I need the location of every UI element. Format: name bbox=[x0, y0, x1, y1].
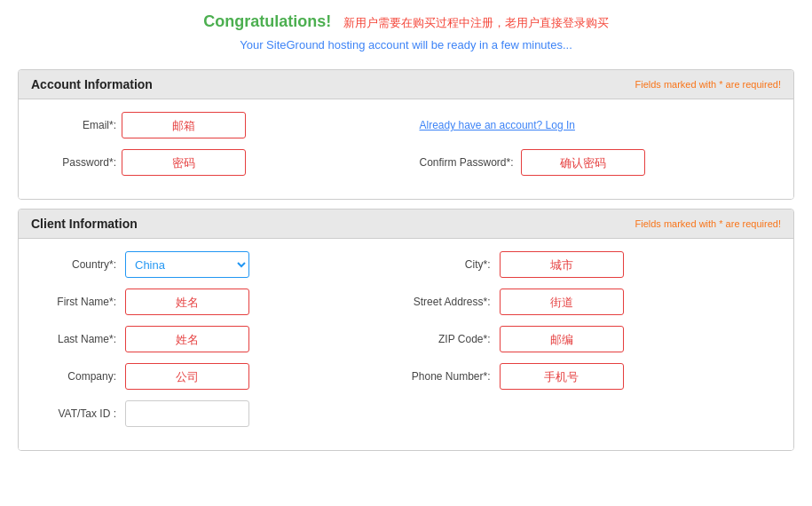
email-input[interactable] bbox=[122, 112, 246, 138]
street-row: Street Address*: bbox=[411, 289, 777, 315]
company-input[interactable] bbox=[125, 363, 249, 390]
vat-label: VAT/Tax ID : bbox=[36, 407, 125, 420]
confirm-password-input[interactable] bbox=[521, 149, 645, 176]
password-label: Password*: bbox=[36, 156, 116, 169]
zip-input[interactable] bbox=[500, 326, 624, 352]
city-row: City*: bbox=[411, 251, 777, 278]
account-section-title: Account Information bbox=[31, 77, 153, 91]
street-label: Street Address*: bbox=[411, 296, 500, 308]
account-information-card: Account Information Fields marked with *… bbox=[18, 69, 794, 200]
zip-row: ZIP Code*: bbox=[411, 326, 777, 352]
subtitle: Your SiteGround hosting account will be … bbox=[0, 35, 812, 60]
city-label: City*: bbox=[411, 258, 500, 271]
phone-input[interactable] bbox=[500, 363, 624, 390]
client-required-note: Fields marked with * are required! bbox=[635, 218, 781, 229]
email-row: Email*: Already have an account? Log In bbox=[36, 112, 776, 138]
firstname-input[interactable] bbox=[125, 289, 249, 315]
phone-row: Phone Number*: bbox=[411, 363, 777, 390]
congratulations-text: Congratulations! bbox=[203, 12, 331, 30]
firstname-row: First Name*: bbox=[36, 289, 402, 315]
password-input[interactable] bbox=[122, 149, 246, 176]
firstname-label: First Name*: bbox=[36, 296, 125, 308]
country-label: Country*: bbox=[36, 258, 125, 271]
lastname-input[interactable] bbox=[125, 326, 249, 352]
country-row: Country*: China bbox=[36, 251, 402, 278]
login-link[interactable]: Already have an account? Log In bbox=[420, 119, 575, 131]
lastname-label: Last Name*: bbox=[36, 333, 125, 345]
vat-input[interactable] bbox=[125, 400, 249, 427]
email-label: Email*: bbox=[36, 119, 116, 131]
notice-text: 新用户需要在购买过程中注册，老用户直接登录购买 bbox=[343, 16, 609, 29]
account-required-note: Fields marked with * are required! bbox=[635, 79, 781, 90]
country-select[interactable]: China bbox=[125, 251, 249, 278]
client-section-title: Client Information bbox=[31, 217, 138, 231]
zip-label: ZIP Code*: bbox=[411, 333, 500, 345]
client-information-card: Client Information Fields marked with * … bbox=[18, 209, 794, 451]
confirm-password-label: Confirm Password*: bbox=[420, 156, 514, 169]
vat-row: VAT/Tax ID : bbox=[36, 400, 402, 427]
phone-label: Phone Number*: bbox=[411, 370, 500, 383]
street-input[interactable] bbox=[500, 289, 624, 315]
password-row: Password*: Confirm Password*: bbox=[36, 149, 776, 176]
company-label: Company: bbox=[36, 370, 125, 383]
city-input[interactable] bbox=[500, 251, 624, 278]
lastname-row: Last Name*: bbox=[36, 326, 402, 352]
company-row: Company: bbox=[36, 363, 402, 390]
